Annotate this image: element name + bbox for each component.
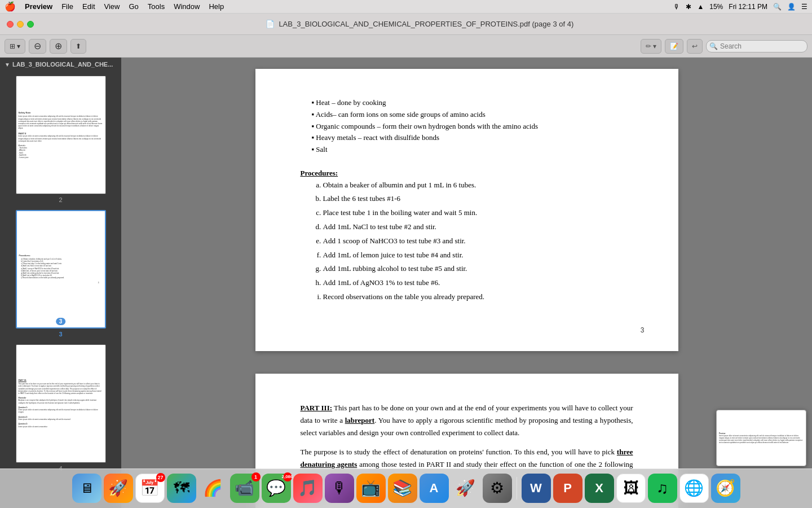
dock-spotify[interactable]: ♫	[648, 474, 677, 503]
app-name[interactable]: Preview	[25, 2, 52, 11]
sidebar-pages: Safety Note lorem ipsum dolor sit amet c…	[0, 71, 121, 476]
sidebar-chevron: ▾	[17, 42, 20, 50]
part3-label: PART III:	[301, 404, 333, 412]
menu-file[interactable]: File	[61, 2, 73, 11]
share-button[interactable]: ⬆	[70, 39, 86, 54]
photos-icon: 🌈	[203, 479, 223, 497]
pdf-page-3: Heat – done by cooking Acids– can form i…	[255, 69, 678, 351]
finder-icon: 🖥	[80, 480, 94, 496]
excel-icon: X	[595, 481, 603, 496]
maps-icon: 🗺	[174, 479, 189, 497]
menu-help[interactable]: Help	[209, 2, 224, 11]
edit-button[interactable]: 📝	[665, 39, 683, 54]
procedures-label: Procedures:	[301, 169, 338, 177]
menu-window[interactable]: Window	[174, 2, 200, 11]
dock-books[interactable]: 📚	[388, 474, 417, 503]
music-icon: 🎵	[298, 479, 317, 497]
markup-button[interactable]: ✏ ▾	[641, 39, 661, 54]
dock-excel[interactable]: X	[585, 474, 614, 503]
procedure-item: Add 1mL of AgNO3 1% to test tube #6.	[323, 277, 633, 289]
spotlight-icon[interactable]: 🔍	[773, 3, 782, 11]
search-input[interactable]	[706, 40, 807, 52]
appletv-icon: 📺	[361, 479, 381, 497]
dock-photos[interactable]: 🌈	[198, 474, 228, 503]
facetime-icon: 📹	[235, 479, 254, 497]
facetime-badge: 1	[251, 472, 261, 481]
sidebar-page-3[interactable]: Procedures: a) Obtain a beaker of albumi…	[16, 210, 106, 338]
bullet-item: Acids– can form ions on some side groups…	[312, 109, 633, 121]
thumbnail-overlay: Preview lorem ipsum dolor sit amet conse…	[716, 410, 806, 466]
page-4-thumb: PART III: This part has to be done on yo…	[16, 344, 106, 463]
zoom-out-button[interactable]: ⊖	[29, 39, 46, 54]
sidebar-page-2[interactable]: Safety Note lorem ipsum dolor sit amet c…	[16, 76, 106, 203]
dock-facetime[interactable]: 📹 1	[230, 474, 259, 503]
procedure-item: Add 1mL of lemon juice to test tube #4 a…	[323, 249, 633, 261]
books-icon: 📚	[392, 479, 412, 497]
dock-messages[interactable]: 💬 2,086	[262, 474, 291, 503]
page-3-thumb: Procedures: a) Obtain a beaker of albumi…	[16, 210, 106, 329]
calendar-icon: 📅	[140, 479, 160, 497]
dock-launchpad[interactable]: 🚀	[104, 474, 133, 503]
menubar: 🍎 Preview File Edit View Go Tools Window…	[0, 0, 812, 14]
bullet-item: Heavy metals – react with disulfide bond…	[312, 132, 633, 144]
menu-go[interactable]: Go	[129, 2, 138, 11]
zoom-in-button[interactable]: ⊕	[50, 39, 67, 54]
maximize-button[interactable]	[27, 21, 34, 28]
bullet-item: Heat – done by cooking	[312, 97, 633, 109]
procedure-item: Obtain a beaker of albumin and put 1 mL …	[323, 179, 633, 191]
titlebar: 📄 LAB_3_BIOLOGICAL_AND_CHEMICAL_PROPERTI…	[0, 14, 812, 35]
dock-music[interactable]: 🎵	[293, 474, 323, 503]
menu-view[interactable]: View	[104, 2, 120, 11]
minimize-button[interactable]	[17, 21, 24, 28]
page-3-number-bottom: 3	[641, 326, 645, 334]
launchpad2-icon: 🚀	[456, 479, 475, 497]
apple-menu[interactable]: 🍎	[5, 1, 16, 12]
purpose-text: The purpose is to study the effect of de…	[301, 448, 617, 456]
chrome-icon: 🌐	[684, 479, 704, 497]
bullet-item: Organic compounds – form their own hydro…	[312, 121, 633, 133]
menu-tools[interactable]: Tools	[148, 2, 165, 11]
dock-calendar[interactable]: 📅 27	[135, 474, 165, 503]
hamburger-icon[interactable]: ☰	[801, 3, 807, 11]
mic-icon: 🎙	[673, 3, 680, 11]
sidebar-header[interactable]: ▼ LAB_3_BIOLOGICAL_AND_CHE...	[0, 58, 121, 71]
rotate-button[interactable]: ↩	[687, 39, 703, 54]
dock-preview[interactable]: 🖼	[616, 474, 646, 503]
dock-podcasts[interactable]: 🎙	[325, 474, 354, 503]
search-wrapper: 🔍	[706, 40, 807, 52]
active-page-badge: 3	[56, 318, 66, 325]
pencil-icon: ✏	[646, 42, 651, 50]
dock-finder[interactable]: 🖥	[72, 474, 102, 503]
dock-launchpad2[interactable]: 🚀	[451, 474, 480, 503]
dock-chrome[interactable]: 🌐	[679, 474, 709, 503]
menu-edit[interactable]: Edit	[82, 2, 95, 11]
clock: Fri 12:11 PM	[729, 3, 767, 11]
window-controls	[7, 21, 34, 28]
share-icon: ⬆	[76, 42, 81, 50]
zoom-out-icon: ⊖	[34, 41, 41, 51]
preview-icon: 🖼	[623, 479, 639, 497]
safari-icon: 🧭	[716, 479, 735, 497]
toolbar: ⊞ ▾ ⊖ ⊕ ⬆ ✏ ▾ 📝 ↩ 🔍	[0, 35, 812, 58]
page-3-number: 3	[59, 331, 62, 338]
content-area: Heat – done by cooking Acids– can form i…	[121, 58, 812, 508]
dock-appletv[interactable]: 📺	[356, 474, 386, 503]
spotify-icon: ♫	[656, 479, 668, 497]
messages-badge: 2,086	[283, 472, 292, 481]
dock-safari[interactable]: 🧭	[711, 474, 740, 503]
appstore-icon: A	[430, 481, 439, 496]
procedures-list: Obtain a beaker of albumin and put 1 mL …	[323, 179, 633, 303]
bullets-list: Heat – done by cooking Acids– can form i…	[312, 97, 633, 156]
dock-systemprefs[interactable]: ⚙	[483, 474, 512, 503]
close-button[interactable]	[7, 21, 14, 28]
dock-maps[interactable]: 🗺	[167, 474, 196, 503]
sidebar-page-4[interactable]: PART III: This part has to be done on yo…	[16, 344, 106, 472]
sidebar-toggle-button[interactable]: ⊞ ▾	[5, 39, 25, 54]
dock-appstore[interactable]: A	[420, 474, 449, 503]
systemprefs-icon: ⚙	[490, 479, 504, 497]
zoom-in-icon: ⊕	[55, 41, 62, 51]
dock-word[interactable]: W	[522, 474, 551, 503]
document-icon: 📄	[266, 20, 275, 28]
part3-paragraph: PART III: This part has to be done on yo…	[301, 402, 633, 439]
dock-powerpoint[interactable]: P	[553, 474, 582, 503]
